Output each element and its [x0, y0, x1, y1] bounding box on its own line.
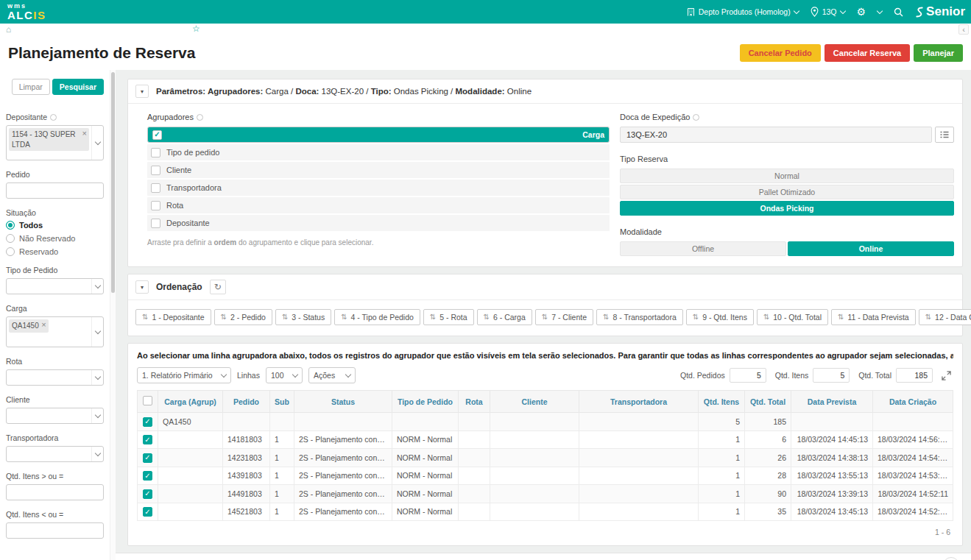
agrupador-row[interactable]: ✓ Transportadora — [147, 180, 610, 196]
cell-carga — [158, 485, 223, 503]
column-header[interactable]: Data Criação — [873, 391, 953, 413]
agrupador-checkbox[interactable]: ✓ — [151, 183, 160, 193]
agrupador-checkbox[interactable]: ✓ — [151, 201, 160, 210]
sort-chip[interactable]: ⇅ 11 - Data Prevista — [831, 309, 916, 325]
sort-chip[interactable]: ⇅ 9 - Qtd. Itens — [686, 309, 754, 325]
sort-chip[interactable]: ⇅ 3 - Status — [275, 309, 331, 325]
modalidade-option[interactable]: Online — [788, 241, 954, 256]
carga-select[interactable]: QA1450× — [6, 316, 104, 347]
qtd-itens-maior-input[interactable] — [6, 484, 104, 500]
collapse-parametros-button[interactable]: ▾ — [135, 85, 149, 98]
transportadora-select[interactable] — [6, 446, 104, 462]
sort-chip[interactable]: ⇅ 2 - Pedido — [214, 309, 272, 325]
alcis-logo[interactable]: wms ALCIS — [7, 3, 46, 21]
scroll-to-top-button[interactable] — [943, 557, 959, 560]
collapse-ordenacao-button[interactable]: ▾ — [135, 280, 149, 294]
agrupador-checkbox[interactable]: ✓ — [151, 219, 160, 228]
column-header[interactable]: Rota — [459, 391, 490, 413]
cell-tipo-pedido — [392, 413, 459, 431]
remove-tag-icon[interactable]: × — [41, 319, 46, 330]
chevron-down-icon[interactable] — [877, 7, 883, 13]
home-icon[interactable]: ⌂ — [6, 25, 11, 34]
table-row[interactable]: ✓ 14181803 1 2S - Planejamento concluído… — [138, 430, 953, 449]
pedido-input[interactable] — [6, 182, 104, 199]
department-selector[interactable]: Depto Produtos (Homolog) — [687, 7, 799, 16]
scrollbar-thumb[interactable] — [111, 72, 115, 293]
qtd-itens-menor-input[interactable] — [6, 522, 104, 539]
column-header[interactable]: Status — [294, 391, 392, 413]
doca-input[interactable] — [620, 127, 932, 143]
depositante-select[interactable]: 1154 - 13Q SUPER LTDA× — [6, 125, 104, 160]
row-checkbox[interactable]: ✓ — [143, 417, 152, 427]
table-row[interactable]: ✓ 14521803 1 2S - Planejamento concluído… — [138, 503, 953, 521]
remove-tag-icon[interactable]: × — [82, 128, 87, 139]
tipo-reserva-option[interactable]: Pallet Otimizado — [620, 185, 954, 199]
cancel-order-button[interactable]: Cancelar Pedido — [740, 44, 821, 62]
cell-transportadora — [579, 449, 699, 467]
cell-data-criacao: 18/03/2024 14:52:54 — [873, 503, 953, 521]
situacao-radio-option[interactable]: Todos — [6, 221, 104, 230]
column-header[interactable]: Data Prevista — [791, 391, 873, 413]
agrupador-row[interactable]: ✓ Depositante — [147, 215, 610, 231]
tipo-reserva-option[interactable]: Normal — [620, 169, 954, 183]
row-checkbox[interactable]: ✓ — [143, 489, 152, 499]
agrupador-checkbox[interactable]: ✓ — [152, 130, 162, 140]
column-header[interactable]: Qtd. Total — [745, 391, 791, 413]
refresh-icon[interactable]: ↻ — [210, 280, 226, 294]
table-row[interactable]: ✓ 14491803 1 2S - Planejamento concluído… — [138, 485, 953, 503]
row-checkbox[interactable]: ✓ — [143, 435, 152, 444]
sort-chip[interactable]: ⇅ 1 - Depositante — [135, 309, 211, 325]
agrupador-row[interactable]: ✓ Carga — [147, 127, 610, 143]
modalidade-options: OfflineOnline — [620, 241, 954, 256]
cancel-reserve-button[interactable]: Cancelar Reserva — [825, 44, 910, 62]
column-header[interactable]: Sub — [270, 391, 294, 413]
sort-chip[interactable]: ⇅ 12 - Data Criação — [919, 309, 971, 325]
table-row[interactable]: ✓ QA1450 5 185 — [138, 413, 953, 431]
column-header[interactable]: Tipo de Pedido — [392, 391, 459, 413]
agrupador-row[interactable]: ✓ Rota — [147, 197, 610, 213]
sort-chip[interactable]: ⇅ 7 - Cliente — [535, 309, 593, 325]
actions-dropdown[interactable]: Ações — [308, 367, 356, 383]
tipo-pedido-select[interactable] — [6, 278, 104, 294]
row-checkbox[interactable]: ✓ — [143, 507, 152, 517]
favorite-star-icon[interactable]: ☆ — [192, 24, 200, 34]
agrupador-row[interactable]: ✓ Tipo de pedido — [147, 144, 610, 160]
cliente-select[interactable] — [6, 408, 104, 424]
sort-chip[interactable]: ⇅ 8 - Transportadora — [596, 309, 683, 325]
agrupador-row[interactable]: ✓ Cliente — [147, 162, 610, 178]
tipo-reserva-option[interactable]: Ondas Picking — [620, 201, 954, 216]
situacao-radio-option[interactable]: Reservado — [6, 247, 104, 256]
sort-chip[interactable]: ⇅ 10 - Qtd. Total — [757, 309, 828, 325]
sort-chip[interactable]: ⇅ 4 - Tipo de Pedido — [334, 309, 420, 325]
row-checkbox[interactable]: ✓ — [143, 471, 152, 481]
doca-list-button[interactable] — [935, 127, 954, 143]
agrupador-checkbox[interactable]: ✓ — [151, 148, 160, 157]
column-header[interactable]: Carga (Agrup) — [158, 391, 223, 413]
rows-per-page-select[interactable]: 100 — [266, 367, 303, 383]
expand-icon[interactable] — [939, 368, 953, 383]
table-row[interactable]: ✓ 14231803 1 2S - Planejamento concluído… — [138, 449, 953, 467]
modalidade-option[interactable]: Offline — [620, 241, 786, 256]
total-item: Qtd. Total 185 — [858, 368, 933, 383]
settings-gear-icon[interactable]: ⚙ — [857, 7, 866, 17]
select-all-checkbox[interactable]: ✓ — [143, 396, 152, 405]
search-button[interactable]: Pesquisar — [52, 79, 104, 95]
agrupador-checkbox[interactable]: ✓ — [151, 166, 160, 175]
sort-icon: ⇅ — [838, 313, 844, 321]
column-header[interactable]: Pedido — [223, 391, 270, 413]
table-row[interactable]: ✓ 14391803 1 2S - Planejamento concluído… — [138, 467, 953, 485]
column-header[interactable]: Qtd. Itens — [699, 391, 745, 413]
search-icon[interactable] — [894, 7, 903, 17]
report-select[interactable]: 1. Relatório Primário — [137, 367, 231, 383]
situacao-radio-option[interactable]: Não Reservado — [6, 234, 104, 243]
site-selector[interactable]: 13Q — [811, 7, 845, 17]
column-header[interactable]: Transportadora — [579, 391, 699, 413]
rota-select[interactable] — [6, 369, 104, 386]
sort-chip[interactable]: ⇅ 6 - Carga — [477, 309, 532, 325]
collapse-panel-button[interactable]: ‹ — [958, 24, 969, 35]
sort-chip[interactable]: ⇅ 5 - Rota — [423, 309, 474, 325]
clear-button[interactable]: Limpar — [12, 79, 50, 95]
row-checkbox[interactable]: ✓ — [143, 453, 152, 463]
plan-button[interactable]: Planejar — [914, 44, 963, 62]
column-header[interactable]: Cliente — [490, 391, 579, 413]
